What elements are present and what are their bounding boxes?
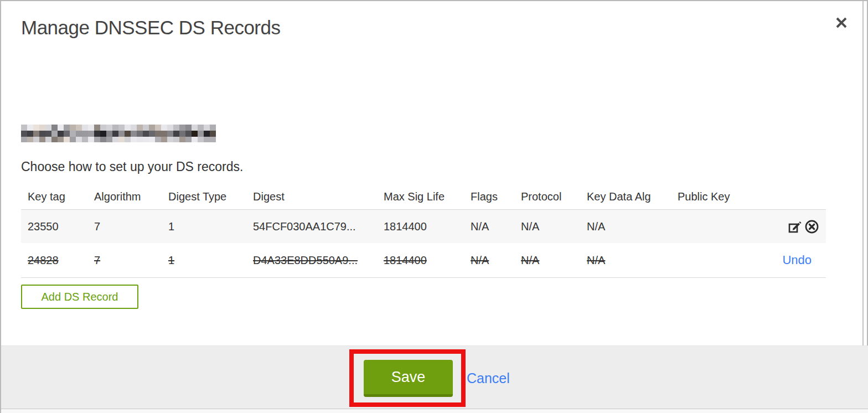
cell-key-tag: 23550 [21,220,87,233]
ds-records-table: Key tag Algorithm Digest Type Digest Max… [21,184,826,278]
modal-right-edge [862,1,864,345]
column-header-algorithm: Algorithm [87,190,162,203]
page-behind-modal-strip [1,409,868,413]
cell-max-sig-life: 1814400 [377,220,464,233]
table-row: 23550 7 1 54FCF030AA1C79... 1814400 N/A … [21,210,826,243]
delete-record-button[interactable] [804,219,819,234]
save-button[interactable]: Save [364,360,453,397]
close-icon [834,16,849,30]
cell-flags: N/A [464,254,514,267]
row-actions [743,219,826,234]
edit-record-button[interactable] [787,219,802,234]
column-header-key-tag: Key tag [21,190,87,203]
redacted-domain-name [21,125,216,142]
cancel-link[interactable]: Cancel [467,370,510,386]
cell-digest-type: 1 [162,220,246,233]
column-header-protocol: Protocol [514,190,580,203]
cell-key-tag: 24828 [21,254,87,267]
cell-key-data-alg: N/A [580,254,671,267]
cell-algorithm: 7 [87,254,162,267]
add-ds-record-button[interactable]: Add DS Record [21,285,138,309]
table-header-row: Key tag Algorithm Digest Type Digest Max… [21,184,826,210]
cell-protocol: N/A [514,220,580,233]
cell-digest: 54FCF030AA1C79... [246,220,377,233]
column-header-public-key: Public Key [671,190,743,203]
page-title: Manage DNSSEC DS Records [21,17,280,39]
edit-icon [787,219,802,234]
close-button[interactable] [832,13,851,32]
column-header-digest-type: Digest Type [162,190,246,203]
dnssec-modal: Manage DNSSEC DS Records Choose how to s… [0,0,868,413]
column-header-flags: Flags [464,190,514,203]
undo-link[interactable]: Undo [782,253,819,267]
table-row-marked-for-deletion: 24828 7 1 D4A33E8DD550A9... 1814400 N/A … [21,243,826,278]
cell-key-data-alg: N/A [580,220,671,233]
cell-digest-type: 1 [162,254,246,267]
column-header-max-sig-life: Max Sig Life [377,190,464,203]
cell-digest: D4A33E8DD550A9... [246,254,377,267]
circle-x-icon [804,219,819,234]
instruction-text: Choose how to set up your DS records. [21,159,243,174]
cell-protocol: N/A [514,254,580,267]
cell-flags: N/A [464,220,514,233]
cell-algorithm: 7 [87,220,162,233]
cell-max-sig-life: 1814400 [377,254,464,267]
column-header-digest: Digest [246,190,377,203]
column-header-key-data-alg: Key Data Alg [580,190,671,203]
